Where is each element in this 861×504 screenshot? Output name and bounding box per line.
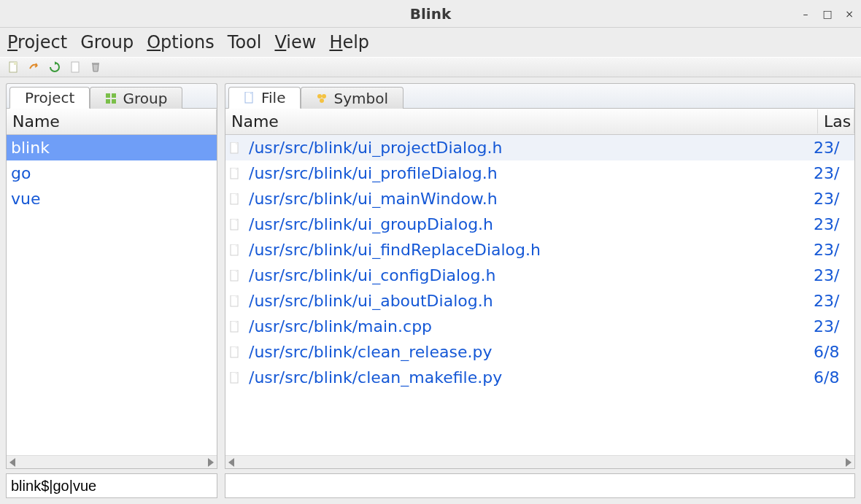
svg-rect-5 (112, 93, 116, 98)
left-content: Name blinkgovue (6, 108, 217, 469)
window-title: Blink (410, 5, 452, 23)
file-list-item[interactable]: /usr/src/blink/main.cpp23/ (225, 314, 854, 339)
menu-project-rest: roject (18, 32, 67, 53)
right-col-last: Las (818, 109, 854, 133)
file-list-item[interactable]: /usr/src/blink/ui_profileDialog.h23/ (225, 160, 854, 186)
menu-project[interactable]: Project (7, 32, 67, 53)
titlebar: Blink – □ × (0, 0, 861, 28)
right-panel: File Symbol Name Las /usr/src/blink/ui_p… (225, 83, 855, 498)
file-icon (230, 270, 243, 282)
project-list-item[interactable]: go (7, 160, 217, 186)
menu-help[interactable]: Help (329, 32, 369, 53)
file-path: /usr/src/blink/clean_makefile.py (249, 368, 502, 387)
new-file-icon[interactable] (7, 61, 20, 74)
left-filter-input-wrap[interactable] (6, 473, 217, 498)
file-last-modified: 23/ (814, 215, 850, 233)
menu-tool[interactable]: Tool (228, 32, 262, 53)
svg-point-11 (320, 98, 324, 103)
symbol-icon (316, 93, 328, 104)
file-icon (230, 168, 243, 179)
file-path: /usr/src/blink/ui_findReplaceDialog.h (249, 241, 541, 259)
file-path: /usr/src/blink/ui_aboutDialog.h (249, 292, 493, 310)
file-path: /usr/src/blink/main.cpp (249, 317, 432, 336)
tab-file[interactable]: File (228, 87, 301, 109)
file-path: /usr/src/blink/clean_release.py (249, 343, 492, 361)
file-last-modified: 23/ (814, 241, 850, 259)
file-path: /usr/src/blink/ui_configDialog.h (249, 266, 495, 284)
svg-point-10 (322, 94, 326, 98)
file-icon (230, 219, 243, 230)
svg-point-9 (317, 94, 322, 98)
main-area: Project Group Name blinkgovue (0, 77, 861, 504)
file-path: /usr/src/blink/ui_groupDialog.h (249, 215, 493, 233)
menu-options-rest: ptions (161, 32, 215, 53)
right-content: Name Las /usr/src/blink/ui_projectDialog… (225, 108, 855, 469)
file-list-item[interactable]: /usr/src/blink/ui_configDialog.h23/ (225, 263, 854, 288)
menu-view[interactable]: View (274, 32, 316, 53)
file-icon (230, 321, 243, 333)
menu-view-rest: iew (286, 32, 316, 53)
file-list-item[interactable]: /usr/src/blink/ui_findReplaceDialog.h23/ (225, 237, 854, 263)
file-icon (230, 346, 243, 358)
maximize-button[interactable]: □ (822, 8, 833, 20)
close-button[interactable]: × (843, 8, 855, 20)
toolbar (0, 57, 861, 77)
app-window: Blink – □ × Project Group Options Tool V… (0, 0, 861, 504)
project-list: blinkgovue (7, 135, 217, 455)
file-icon (230, 193, 243, 205)
refresh-icon[interactable] (48, 61, 61, 74)
file-last-modified: 23/ (814, 164, 850, 182)
file-list-item[interactable]: /usr/src/blink/ui_groupDialog.h23/ (225, 212, 854, 237)
open-arrow-icon[interactable] (28, 61, 41, 74)
file-icon (230, 295, 243, 307)
left-hscrollbar[interactable] (7, 455, 217, 468)
svg-rect-7 (112, 99, 116, 104)
project-list-item[interactable]: blink (7, 135, 217, 160)
left-panel: Project Group Name blinkgovue (6, 83, 217, 498)
file-list-item[interactable]: /usr/src/blink/clean_makefile.py6/8 (225, 365, 854, 390)
file-list-item[interactable]: /usr/src/blink/clean_release.py6/8 (225, 339, 854, 365)
svg-rect-6 (106, 99, 110, 104)
svg-rect-3 (92, 63, 99, 64)
left-col-name: Name (7, 109, 217, 133)
left-column-header[interactable]: Name (7, 109, 217, 135)
tab-symbol-label: Symbol (333, 90, 388, 107)
tab-project[interactable]: Project (9, 87, 90, 109)
svg-rect-2 (72, 62, 79, 72)
file-list: /usr/src/blink/ui_projectDialog.h23//usr… (225, 135, 854, 455)
svg-rect-4 (106, 93, 110, 98)
file-icon (230, 372, 243, 384)
file-list-item[interactable]: /usr/src/blink/ui_mainWindow.h23/ (225, 186, 854, 212)
tab-symbol[interactable]: Symbol (301, 87, 404, 109)
window-controls: – □ × (800, 0, 855, 27)
file-icon (244, 92, 255, 104)
right-tabstrip: File Symbol (225, 83, 855, 108)
tab-group[interactable]: Group (90, 87, 182, 109)
right-column-header[interactable]: Name Las (225, 109, 854, 135)
file-last-modified: 6/8 (814, 343, 850, 361)
minimize-button[interactable]: – (800, 8, 811, 20)
file-path: /usr/src/blink/ui_mainWindow.h (249, 190, 498, 208)
file-path: /usr/src/blink/ui_projectDialog.h (249, 139, 503, 157)
page-icon[interactable] (69, 61, 82, 74)
menu-group[interactable]: Group (80, 32, 134, 53)
trash-icon[interactable] (89, 61, 102, 74)
right-col-name: Name (225, 109, 818, 133)
tab-group-label: Group (123, 90, 167, 107)
file-last-modified: 23/ (814, 266, 850, 284)
file-last-modified: 23/ (814, 292, 850, 310)
file-list-item[interactable]: /usr/src/blink/ui_projectDialog.h23/ (225, 135, 854, 160)
project-list-item[interactable]: vue (7, 186, 217, 212)
file-path: /usr/src/blink/ui_profileDialog.h (249, 164, 498, 182)
right-filter-input[interactable] (230, 478, 850, 495)
file-list-item[interactable]: /usr/src/blink/ui_aboutDialog.h23/ (225, 288, 854, 314)
tab-project-label: Project (25, 89, 74, 106)
menubar: Project Group Options Tool View Help (0, 28, 861, 57)
menu-options[interactable]: Options (147, 32, 215, 53)
file-last-modified: 6/8 (814, 368, 850, 387)
tab-file-label: File (261, 89, 285, 106)
right-hscrollbar[interactable] (225, 455, 854, 468)
left-filter-input[interactable] (11, 478, 212, 495)
right-filter-input-wrap[interactable] (225, 473, 855, 498)
file-icon (230, 142, 243, 154)
